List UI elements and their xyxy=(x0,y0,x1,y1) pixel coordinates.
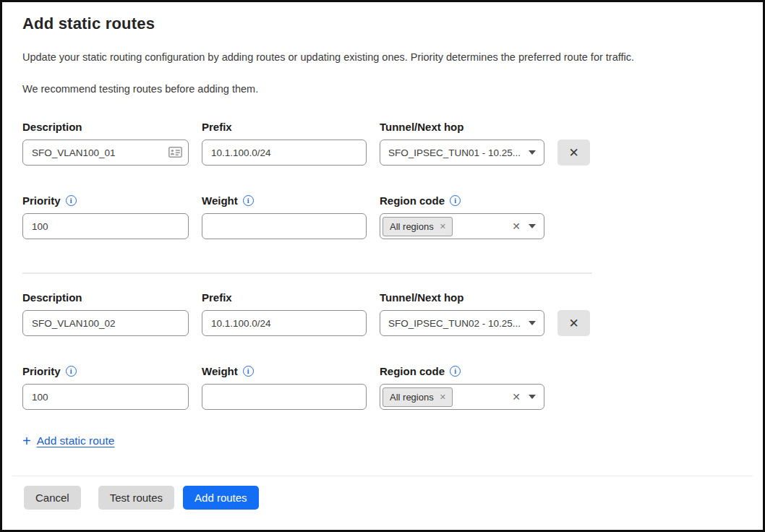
region-chip-label: All regions xyxy=(390,221,434,232)
close-icon: ✕ xyxy=(568,316,578,331)
region-field-group: Region code i All regions ✕ ✕ xyxy=(380,365,544,410)
prefix-input[interactable] xyxy=(202,140,367,166)
info-icon[interactable]: i xyxy=(66,366,77,377)
prefix-label: Prefix xyxy=(202,291,367,304)
route-group-1: Description Prefix Tunnel/Next hop xyxy=(22,121,592,239)
test-routes-button[interactable]: Test routes xyxy=(98,486,174,510)
chip-remove-icon[interactable]: ✕ xyxy=(440,393,446,401)
caret-down-icon xyxy=(529,395,536,399)
region-chip: All regions ✕ xyxy=(382,387,453,407)
clear-selection-icon[interactable]: ✕ xyxy=(512,221,523,231)
tunnel-label: Tunnel/Next hop xyxy=(380,121,544,133)
info-icon[interactable]: i xyxy=(450,195,461,206)
info-icon[interactable]: i xyxy=(243,366,254,377)
tunnel-select[interactable]: SFO_IPSEC_TUN01 - 10.25... xyxy=(380,140,544,166)
prefix-field-group: Prefix xyxy=(202,121,367,166)
priority-field-group: Priority i xyxy=(22,194,189,239)
caret-down-icon xyxy=(529,224,536,228)
add-routes-button[interactable]: Add routes xyxy=(183,486,259,510)
weight-label-text: Weight xyxy=(202,365,238,377)
region-label: Region code i xyxy=(380,194,544,207)
caret-down-icon xyxy=(529,321,536,325)
prefix-label: Prefix xyxy=(202,121,367,133)
weight-label: Weight i xyxy=(202,365,367,377)
clear-selection-icon[interactable]: ✕ xyxy=(512,392,523,402)
intro-text: Update your static routing configuration… xyxy=(22,51,743,63)
region-field-group: Region code i All regions ✕ ✕ xyxy=(380,194,544,239)
plus-icon: + xyxy=(22,434,31,448)
priority-field-group: Priority i xyxy=(22,365,189,410)
info-icon[interactable]: i xyxy=(66,195,77,206)
region-multiselect[interactable]: All regions ✕ ✕ xyxy=(380,213,544,239)
tunnel-selected-value: SFO_IPSEC_TUN01 - 10.25... xyxy=(388,147,523,158)
route-group-2: Description Prefix Tunnel/Next hop SFO_I… xyxy=(22,291,592,410)
tunnel-field-group: Tunnel/Next hop SFO_IPSEC_TUN01 - 10.25.… xyxy=(380,121,544,166)
add-static-route-label: Add static route xyxy=(37,434,115,447)
weight-label: Weight i xyxy=(202,194,367,207)
page-title: Add static routes xyxy=(22,14,743,33)
chip-remove-icon[interactable]: ✕ xyxy=(440,223,446,231)
region-label-text: Region code xyxy=(380,365,445,377)
cancel-button[interactable]: Cancel xyxy=(24,486,81,510)
description-label: Description xyxy=(22,121,189,133)
close-icon: ✕ xyxy=(568,145,578,160)
description-field-group: Description xyxy=(22,291,189,336)
region-label-text: Region code xyxy=(380,194,445,207)
weight-input[interactable] xyxy=(202,384,367,410)
tunnel-select[interactable]: SFO_IPSEC_TUN02 - 10.25... xyxy=(380,310,544,336)
weight-field-group: Weight i xyxy=(202,194,367,239)
info-icon[interactable]: i xyxy=(450,366,461,377)
priority-input[interactable] xyxy=(22,384,189,410)
tunnel-field-group: Tunnel/Next hop SFO_IPSEC_TUN02 - 10.25.… xyxy=(380,291,544,336)
region-multiselect[interactable]: All regions ✕ ✕ xyxy=(380,384,544,410)
tunnel-label: Tunnel/Next hop xyxy=(380,291,544,304)
priority-label-text: Priority xyxy=(22,365,61,377)
prefix-field-group: Prefix xyxy=(202,291,367,336)
region-chip-label: All regions xyxy=(390,392,434,403)
priority-label: Priority i xyxy=(22,365,189,377)
contact-card-icon[interactable] xyxy=(168,147,182,160)
caret-down-icon xyxy=(529,150,536,155)
weight-field-group: Weight i xyxy=(202,365,367,410)
add-static-route-link[interactable]: + Add static route xyxy=(22,434,114,448)
region-label: Region code i xyxy=(380,365,544,377)
remove-route-button[interactable]: ✕ xyxy=(557,310,590,336)
add-static-routes-panel: Add static routes Update your static rou… xyxy=(0,0,765,532)
prefix-input[interactable] xyxy=(202,310,367,336)
description-input[interactable] xyxy=(22,310,189,336)
info-icon[interactable]: i xyxy=(243,195,254,206)
remove-route-button[interactable]: ✕ xyxy=(557,140,590,166)
weight-input[interactable] xyxy=(202,213,367,239)
description-label: Description xyxy=(22,291,189,304)
region-chip: All regions ✕ xyxy=(382,217,453,236)
route-group-divider xyxy=(22,273,592,274)
weight-label-text: Weight xyxy=(202,194,238,207)
recommendation-text: We recommend testing routes before addin… xyxy=(22,83,743,95)
priority-label-text: Priority xyxy=(22,194,61,207)
description-field-group: Description xyxy=(22,121,189,166)
priority-input[interactable] xyxy=(22,213,189,239)
footer-action-bar: Cancel Test routes Add routes xyxy=(12,476,753,510)
description-input[interactable] xyxy=(22,140,189,166)
priority-label: Priority i xyxy=(22,194,189,207)
tunnel-selected-value: SFO_IPSEC_TUN02 - 10.25... xyxy=(388,318,523,329)
